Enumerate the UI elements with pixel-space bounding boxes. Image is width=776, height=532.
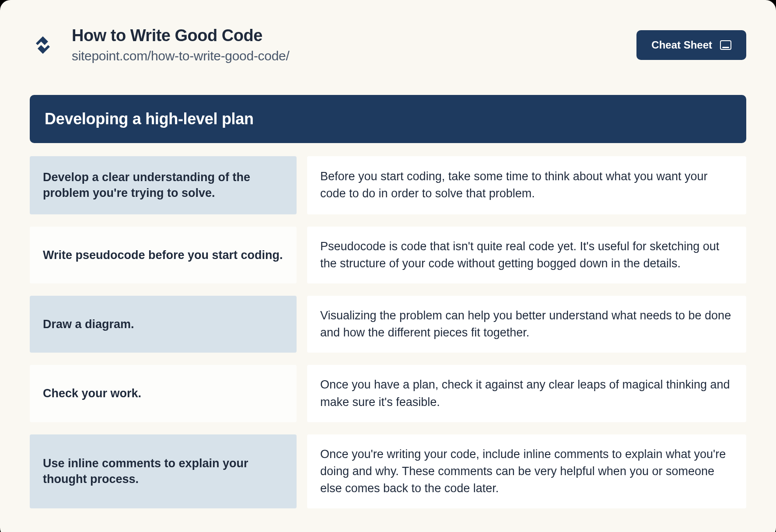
header-titles: How to Write Good Code sitepoint.com/how…: [72, 26, 289, 63]
table-row: Write pseudocode before you start coding…: [30, 227, 746, 284]
page-title: How to Write Good Code: [72, 26, 289, 45]
header: How to Write Good Code sitepoint.com/how…: [30, 26, 746, 63]
sitepoint-logo-icon: [30, 32, 56, 58]
table-row: Check your work. Once you have a plan, c…: [30, 365, 746, 422]
row-title: Develop a clear understanding of the pro…: [30, 156, 297, 214]
table-row: Develop a clear understanding of the pro…: [30, 156, 746, 214]
section-heading: Developing a high-level plan: [30, 95, 746, 143]
cheat-sheet-button[interactable]: Cheat Sheet: [636, 30, 746, 60]
row-description: Once you're writing your code, include i…: [307, 434, 746, 508]
cheat-sheet-button-label: Cheat Sheet: [651, 39, 712, 51]
row-title: Write pseudocode before you start coding…: [30, 227, 297, 284]
row-title: Check your work.: [30, 365, 297, 422]
page-url: sitepoint.com/how-to-write-good-code/: [72, 49, 289, 63]
row-description: Before you start coding, take some time …: [307, 156, 746, 214]
header-left: How to Write Good Code sitepoint.com/how…: [30, 26, 289, 63]
table-row: Draw a diagram. Visualizing the problem …: [30, 296, 746, 353]
cheat-sheet-page: How to Write Good Code sitepoint.com/how…: [0, 0, 776, 532]
monitor-icon: [720, 40, 731, 50]
row-title: Draw a diagram.: [30, 296, 297, 353]
row-description: Once you have a plan, check it against a…: [307, 365, 746, 422]
rows-container: Develop a clear understanding of the pro…: [30, 156, 746, 508]
table-row: Use inline comments to explain your thou…: [30, 434, 746, 508]
row-description: Visualizing the problem can help you bet…: [307, 296, 746, 353]
row-title: Use inline comments to explain your thou…: [30, 434, 297, 508]
row-description: Pseudocode is code that isn't quite real…: [307, 227, 746, 284]
